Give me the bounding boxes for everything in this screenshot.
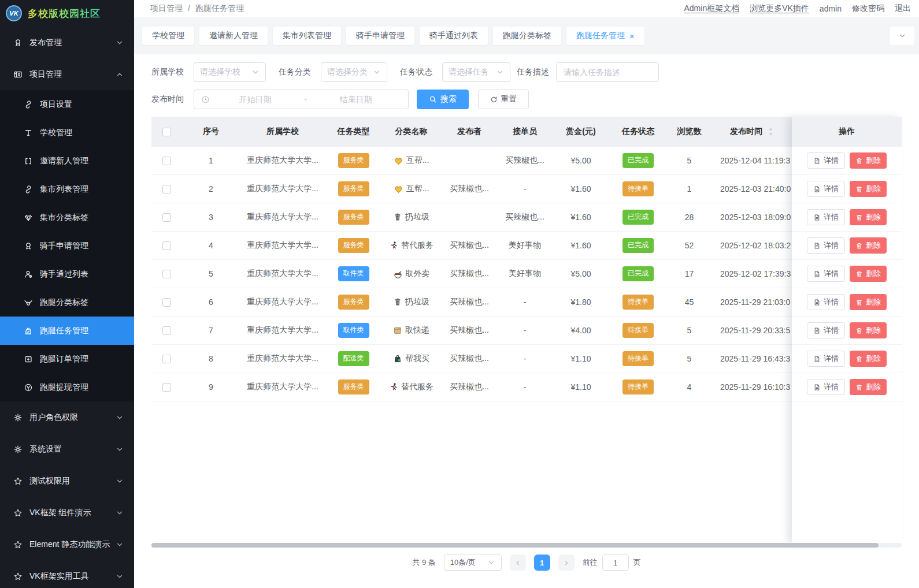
detail-button[interactable]: 详情 bbox=[807, 181, 845, 197]
cell-receiver: - bbox=[498, 288, 552, 316]
date-range-picker[interactable]: - bbox=[194, 90, 409, 109]
chevron-down-icon bbox=[116, 541, 124, 549]
sidebar-item-invite-new-manage[interactable]: 邀请新人管理 bbox=[0, 147, 134, 175]
sidebar-item-rider-apply-manage[interactable]: 骑手申请管理 bbox=[0, 232, 134, 260]
table-body: 1重庆师范大学大学...服务类互帮...买辣椒也...¥5.00已完成52025… bbox=[151, 147, 792, 401]
sidebar-item-errand-order-manage[interactable]: 跑腿订单管理 bbox=[0, 345, 134, 373]
prev-page-button[interactable]: ‹ bbox=[510, 554, 526, 571]
page-size-select[interactable]: 10条/页 bbox=[444, 554, 502, 571]
sidebar-item-user-role-perm[interactable]: 用户角色权限 bbox=[0, 401, 134, 433]
delete-button[interactable]: 删除 bbox=[850, 294, 887, 310]
row-checkbox[interactable] bbox=[162, 185, 171, 193]
breadcrumb-item[interactable]: 项目管理 bbox=[150, 3, 183, 14]
sidebar-item-errand-withdraw-manage[interactable]: 跑腿提现管理 bbox=[0, 373, 134, 401]
delete-button[interactable]: 删除 bbox=[850, 379, 887, 395]
row-checkbox[interactable] bbox=[162, 383, 171, 392]
detail-button[interactable]: 详情 bbox=[807, 322, 845, 338]
sidebar-item-errand-task-manage[interactable]: 跑腿任务管理 bbox=[0, 317, 134, 345]
cell-index: 3 bbox=[182, 203, 240, 231]
column-header-label: 接单员 bbox=[513, 126, 537, 137]
search-button[interactable]: 搜索 bbox=[417, 90, 469, 109]
detail-button[interactable]: 详情 bbox=[807, 351, 845, 367]
detail-button[interactable]: 详情 bbox=[807, 237, 845, 254]
delete-button[interactable]: 删除 bbox=[850, 209, 887, 225]
select-all-checkbox[interactable] bbox=[162, 128, 171, 136]
more-vk-plugins-link[interactable]: 浏览更多VK插件 bbox=[750, 3, 809, 14]
sidebar-item-market-list-manage[interactable]: 集市列表管理 bbox=[0, 175, 134, 203]
sidebar-item-system-settings[interactable]: 系统设置 bbox=[0, 433, 134, 465]
person-icon bbox=[23, 269, 34, 280]
admin-docs-link[interactable]: Admin框架文档 bbox=[684, 3, 739, 14]
delete-button[interactable]: 删除 bbox=[850, 322, 887, 338]
row-checkbox[interactable] bbox=[162, 355, 171, 363]
row-checkbox[interactable] bbox=[162, 298, 171, 307]
chevron-down-icon bbox=[116, 477, 124, 485]
row-checkbox[interactable] bbox=[162, 213, 171, 222]
cell-publish-time: 2025-11-29 16:43:3 bbox=[712, 345, 792, 373]
sidebar-item-vk-component-demo[interactable]: VK框架 组件演示 bbox=[0, 497, 134, 529]
task-type-tag: 服务类 bbox=[338, 210, 369, 225]
school-select[interactable]: 请选择学校 bbox=[194, 62, 266, 82]
delete-button[interactable]: 删除 bbox=[850, 152, 887, 169]
goto-page-input[interactable] bbox=[602, 554, 629, 571]
status-badge: 待接单 bbox=[622, 351, 654, 366]
op-row: 详情删除 bbox=[792, 232, 902, 260]
tab-rider-apply-manage[interactable]: 骑手申请管理 bbox=[346, 27, 414, 45]
delete-button[interactable]: 删除 bbox=[850, 181, 887, 197]
sidebar-item-element-static-demo[interactable]: Element 静态功能演示 bbox=[0, 529, 134, 560]
detail-button[interactable]: 详情 bbox=[807, 294, 845, 310]
delete-button[interactable]: 删除 bbox=[850, 351, 887, 367]
sidebar-item-label: 用户角色权限 bbox=[29, 412, 116, 423]
cell-task-type: 服务类 bbox=[325, 288, 381, 316]
close-tab-icon[interactable]: × bbox=[629, 32, 635, 40]
detail-button[interactable]: 详情 bbox=[807, 379, 845, 395]
delete-button-label: 删除 bbox=[866, 184, 881, 194]
sidebar-item-project-manage[interactable]: 项目管理 bbox=[0, 58, 134, 90]
tab-invite-new-manage[interactable]: 邀请新人管理 bbox=[199, 27, 268, 45]
end-date-input[interactable] bbox=[310, 95, 401, 104]
tab-overflow-button[interactable] bbox=[890, 27, 914, 45]
sort-caret-icon[interactable] bbox=[768, 126, 774, 137]
cell-select bbox=[151, 147, 182, 174]
cell-task-type: 服务类 bbox=[325, 147, 381, 174]
status-select[interactable]: 请选择任务 bbox=[442, 62, 510, 82]
row-checkbox[interactable] bbox=[162, 270, 171, 278]
medal-icon bbox=[13, 38, 23, 48]
delete-button[interactable]: 删除 bbox=[850, 237, 887, 254]
sidebar-item-rider-pass-list[interactable]: 骑手通过列表 bbox=[0, 260, 134, 288]
delete-button[interactable]: 删除 bbox=[850, 266, 887, 282]
sidebar-item-vk-utils[interactable]: VK框架实用工具 bbox=[0, 560, 134, 588]
tab-errand-category-tags[interactable]: 跑腿分类标签 bbox=[493, 27, 561, 45]
task-table: 序号所属学校任务类型分类名称发布者接单员赏金(元)任务状态浏览数发布时间 1重庆… bbox=[151, 117, 902, 543]
detail-button[interactable]: 详情 bbox=[807, 266, 845, 282]
current-page-button[interactable]: 1 bbox=[534, 554, 550, 571]
tab-rider-pass-list[interactable]: 骑手通过列表 bbox=[420, 27, 488, 45]
scrollbar-thumb[interactable] bbox=[151, 543, 879, 548]
logout-link[interactable]: 退出 bbox=[895, 3, 911, 14]
category-select[interactable]: 请选择分类 bbox=[321, 62, 387, 82]
cell-reward: ¥1.10 bbox=[552, 373, 610, 401]
sidebar-item-school-manage[interactable]: 学校管理 bbox=[0, 118, 134, 147]
sidebar-item-errand-category-tags[interactable]: 跑腿分类标签 bbox=[0, 288, 134, 317]
tab-errand-task-manage[interactable]: 跑腿任务管理× bbox=[566, 27, 644, 45]
row-checkbox[interactable] bbox=[162, 326, 171, 335]
reset-button[interactable]: 重置 bbox=[478, 90, 529, 109]
row-checkbox[interactable] bbox=[162, 157, 171, 165]
start-date-input[interactable] bbox=[210, 95, 301, 104]
sidebar-item-test-permission[interactable]: 测试权限用 bbox=[0, 465, 134, 497]
detail-button[interactable]: 详情 bbox=[807, 209, 845, 225]
tab-school-manage[interactable]: 学校管理 bbox=[142, 27, 194, 45]
sidebar-item-publish-manage[interactable]: 发布管理 bbox=[0, 27, 134, 58]
tab-market-list-manage[interactable]: 集市列表管理 bbox=[273, 27, 341, 45]
row-checkbox[interactable] bbox=[162, 241, 171, 250]
desc-input[interactable] bbox=[556, 62, 659, 82]
sidebar-item-project-settings[interactable]: 项目设置 bbox=[0, 90, 134, 118]
detail-button[interactable]: 详情 bbox=[807, 152, 845, 169]
sidebar-item-market-category-tags[interactable]: 集市分类标签 bbox=[0, 203, 134, 232]
detail-button-label: 详情 bbox=[824, 212, 839, 222]
column-header: 赏金(元) bbox=[552, 117, 610, 147]
change-password-link[interactable]: 修改密码 bbox=[852, 3, 884, 14]
next-page-button[interactable]: › bbox=[558, 554, 575, 571]
heart-icon bbox=[394, 184, 403, 194]
username[interactable]: admin bbox=[820, 4, 842, 13]
